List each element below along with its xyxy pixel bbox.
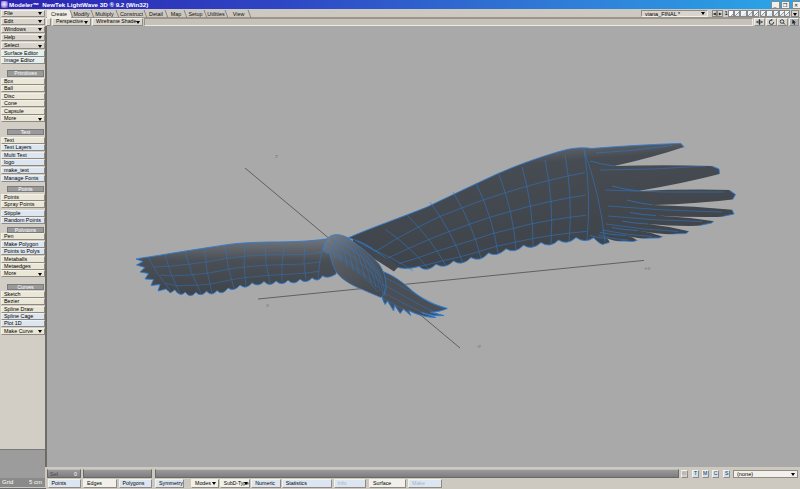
svg-text:+x: +x: [644, 265, 651, 271]
svg-text:-z: -z: [476, 343, 481, 349]
svg-text:z: z: [275, 153, 278, 159]
svg-text:x: x: [266, 302, 269, 308]
